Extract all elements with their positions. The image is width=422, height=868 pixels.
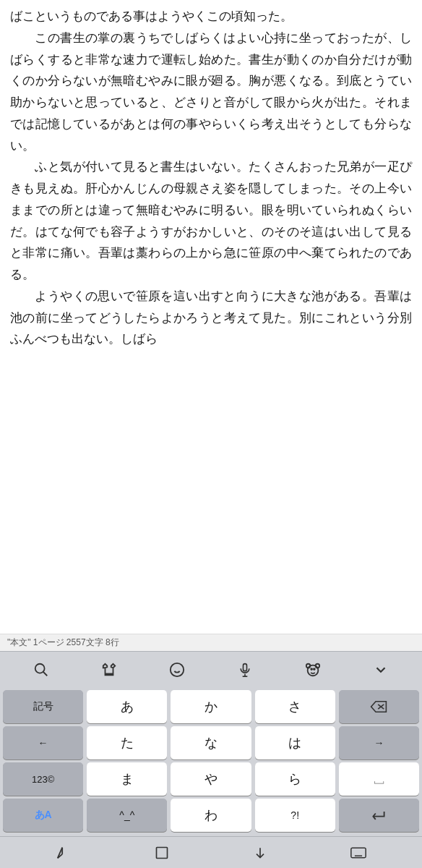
- key-ra[interactable]: ら: [255, 762, 335, 796]
- text-para3: ようやくの思いで笹原を這い出すと向うに大きな池がある。吾輩は池の前に坐ってどうし…: [10, 286, 412, 350]
- status-bar: "本文" 1ページ 2557文字 8行: [0, 634, 422, 651]
- nav-back-icon[interactable]: [48, 841, 79, 864]
- search-icon[interactable]: [25, 657, 58, 683]
- key-ta[interactable]: た: [87, 726, 167, 760]
- key-delete[interactable]: [339, 690, 419, 723]
- bear-icon[interactable]: [296, 657, 330, 683]
- key-return[interactable]: [339, 799, 419, 832]
- text-para2: ふと気が付いて見ると書生はいない。たくさんおった兄弟が一疋ぴきも見えぬ。肝心かん…: [10, 156, 412, 286]
- key-right[interactable]: →: [339, 726, 419, 760]
- chevron-down-icon[interactable]: [364, 657, 397, 683]
- key-a[interactable]: あ: [87, 690, 167, 723]
- status-text: "本文" 1ページ 2557文字 8行: [7, 637, 119, 649]
- svg-rect-5: [244, 663, 247, 671]
- svg-point-0: [35, 663, 45, 673]
- key-123[interactable]: 123©: [3, 762, 83, 796]
- key-punctuation[interactable]: ?!: [255, 799, 335, 832]
- key-symbols[interactable]: 記号: [3, 690, 83, 723]
- nav-keyboard-icon[interactable]: [343, 841, 374, 864]
- key-na[interactable]: な: [171, 726, 251, 760]
- nav-home-icon[interactable]: [146, 841, 178, 864]
- text-para1: この書生の掌の裏うちでしばらくはよい心持に坐っておったが、しばらくすると非常な速…: [10, 27, 412, 157]
- svg-point-8: [308, 665, 319, 676]
- svg-rect-17: [157, 847, 168, 858]
- svg-point-9: [306, 663, 311, 668]
- text-line-top: ばこというものである事はようやくこの頃知った。: [10, 6, 412, 27]
- key-space[interactable]: ⎵: [339, 762, 419, 796]
- keyboard-row-4: あA ^_^ わ ?!: [0, 796, 422, 836]
- shirt-icon[interactable]: [92, 657, 126, 683]
- bottom-nav: [0, 836, 422, 868]
- svg-point-2: [171, 663, 184, 676]
- key-ya[interactable]: や: [171, 762, 251, 796]
- key-wa[interactable]: わ: [171, 799, 251, 832]
- keyboard-row-1: 記号 あ か さ: [0, 687, 422, 723]
- key-ma[interactable]: ま: [87, 762, 167, 796]
- mic-icon[interactable]: [228, 657, 262, 683]
- nav-down-icon[interactable]: [244, 841, 276, 864]
- svg-point-10: [316, 663, 320, 668]
- keyboard-toolbar: [0, 651, 422, 687]
- keyboard: 記号 あ か さ ← た な は → 123© ま や ら ⎵ あA ^_^ わ…: [0, 687, 422, 836]
- key-lang[interactable]: あA: [3, 799, 83, 832]
- key-emoji-face[interactable]: ^_^: [87, 799, 167, 832]
- svg-point-12: [314, 668, 315, 670]
- key-ka[interactable]: か: [171, 690, 251, 723]
- keyboard-row-2: ← た な は →: [0, 723, 422, 760]
- key-ha[interactable]: は: [255, 726, 335, 760]
- svg-point-11: [311, 668, 312, 670]
- key-left[interactable]: ←: [3, 726, 83, 760]
- text-editor[interactable]: ばこというものである事はようやくこの頃知った。 この書生の掌の裏うちでしばらくは…: [0, 0, 422, 634]
- key-sa[interactable]: さ: [255, 690, 335, 723]
- svg-line-1: [43, 671, 48, 676]
- emoji-icon[interactable]: [160, 657, 194, 683]
- keyboard-row-3: 123© ま や ら ⎵: [0, 760, 422, 796]
